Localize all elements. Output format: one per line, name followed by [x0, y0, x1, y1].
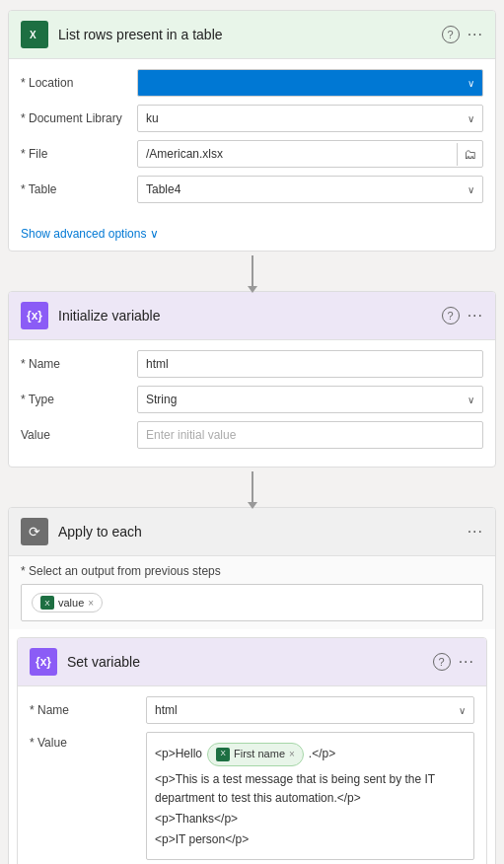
apply-each-title: Apply to each	[58, 524, 458, 540]
list-rows-header: X List rows present in a table ? ···	[9, 11, 495, 59]
more-options-icon-2[interactable]: ···	[468, 307, 483, 324]
select-output-label: * Select an output from previous steps	[21, 564, 483, 578]
value-chip: X value ×	[32, 593, 103, 612]
help-icon-2[interactable]: ?	[442, 307, 460, 324]
init-variable-card: {x} Initialize variable ? ··· * Name htm…	[8, 291, 496, 468]
arrow-2	[8, 468, 496, 507]
apply-each-body: * Select an output from previous steps X…	[9, 556, 495, 629]
set-var-name-row: * Name html ∨	[30, 696, 474, 724]
advanced-options-toggle[interactable]: Show advanced options ∨	[9, 221, 495, 251]
output-selector[interactable]: X value ×	[21, 584, 483, 621]
set-var-value-label: * Value	[30, 732, 138, 750]
set-variable-header: {x} Set variable ? ···	[18, 638, 486, 686]
value-line-2: <p>This is a test message that is being …	[155, 770, 466, 808]
list-rows-actions: ? ···	[442, 26, 483, 43]
apply-each-icon: ⟳	[21, 518, 48, 545]
value-line-1: <p>Hello X First name × .</p>	[155, 741, 466, 768]
init-variable-actions: ? ···	[442, 307, 483, 324]
chip-excel-icon: X	[40, 596, 54, 610]
set-var-value-row: * Value <p>Hello X First name × .</p>	[30, 732, 474, 860]
var-value-input[interactable]: Enter initial value	[137, 421, 483, 449]
doc-library-row: * Document Library ku ∨	[21, 105, 483, 132]
doc-library-arrow: ∨	[468, 113, 474, 124]
connector-arrow-2	[252, 471, 253, 503]
firstname-chip-close[interactable]: ×	[289, 747, 295, 762]
more-options-icon-3[interactable]: ···	[468, 523, 483, 540]
list-rows-title: List rows present in a table	[58, 27, 432, 42]
chip-firstname-label: First name	[234, 746, 285, 763]
arrow-1	[8, 252, 496, 291]
var-name-input[interactable]: html	[137, 350, 483, 378]
help-icon-4[interactable]: ?	[433, 653, 451, 671]
var-name-row: * Name html	[21, 350, 483, 378]
chip-label: value	[58, 597, 84, 609]
svg-text:X: X	[30, 30, 36, 40]
var-type-label: * Type	[21, 393, 129, 406]
apply-each-card: ⟳ Apply to each ··· * Select an output f…	[8, 507, 496, 864]
excel-icon: X	[21, 21, 48, 48]
file-browse-icon[interactable]: 🗂	[457, 143, 482, 166]
set-variable-body: * Name html ∨ * Value <p>Hello X First n…	[18, 686, 486, 864]
apply-each-header: ⟳ Apply to each ···	[9, 508, 495, 556]
var-type-arrow: ∨	[468, 395, 474, 405]
location-dropdown[interactable]: ∨	[137, 69, 483, 97]
more-options-icon[interactable]: ···	[468, 26, 483, 43]
file-row: * File /American.xlsx 🗂	[21, 140, 483, 168]
init-variable-body: * Name html * Type String ∨ Value Enter …	[9, 340, 495, 467]
file-input[interactable]: /American.xlsx 🗂	[137, 140, 483, 168]
table-dropdown[interactable]: Table4 ∨	[137, 176, 483, 203]
init-variable-title: Initialize variable	[58, 308, 432, 324]
set-var-name-dropdown[interactable]: html ∨	[146, 696, 474, 724]
doc-library-label: * Document Library	[21, 111, 129, 125]
list-rows-card: X List rows present in a table ? ··· * L…	[8, 10, 496, 252]
var-type-dropdown[interactable]: String ∨	[137, 386, 483, 413]
var-type-row: * Type String ∨	[21, 386, 483, 413]
set-var-value-box[interactable]: <p>Hello X First name × .</p> <p>This is…	[146, 732, 474, 860]
table-row: * Table Table4 ∨	[21, 176, 483, 203]
value-line-4: <p>IT person</p>	[155, 830, 466, 849]
apply-each-actions: ···	[468, 523, 483, 540]
firstname-chip-1: X First name ×	[207, 743, 304, 766]
list-rows-body: * Location ∨ * Document Library ku ∨ * F…	[9, 59, 495, 221]
connector-arrow-1	[252, 255, 253, 287]
set-variable-title: Set variable	[67, 654, 423, 670]
file-label: * File	[21, 147, 129, 161]
chip-excel-icon-2: X	[216, 748, 230, 761]
help-icon[interactable]: ?	[442, 26, 460, 43]
value-line-3: <p>Thanks</p>	[155, 810, 466, 828]
table-arrow: ∨	[468, 184, 474, 195]
set-variable-card: {x} Set variable ? ··· * Name html ∨	[17, 637, 487, 864]
location-label: * Location	[21, 76, 129, 90]
location-row: * Location ∨	[21, 69, 483, 97]
advanced-options-chevron: ∨	[150, 227, 159, 241]
variable-icon: {x}	[21, 302, 48, 329]
chip-close-btn[interactable]: ×	[88, 598, 94, 609]
var-name-label: * Name	[21, 357, 129, 371]
more-options-icon-4[interactable]: ···	[459, 653, 474, 671]
doc-library-dropdown[interactable]: ku ∨	[137, 105, 483, 132]
var-value-label: Value	[21, 428, 129, 442]
location-arrow: ∨	[468, 78, 474, 89]
init-variable-header: {x} Initialize variable ? ···	[9, 292, 495, 340]
var-value-row: Value Enter initial value	[21, 421, 483, 449]
set-var-name-arrow: ∨	[459, 705, 466, 716]
set-var-name-label: * Name	[30, 703, 138, 717]
set-var-actions: ? ···	[433, 653, 474, 671]
set-var-icon: {x}	[30, 648, 57, 676]
table-label: * Table	[21, 182, 129, 196]
